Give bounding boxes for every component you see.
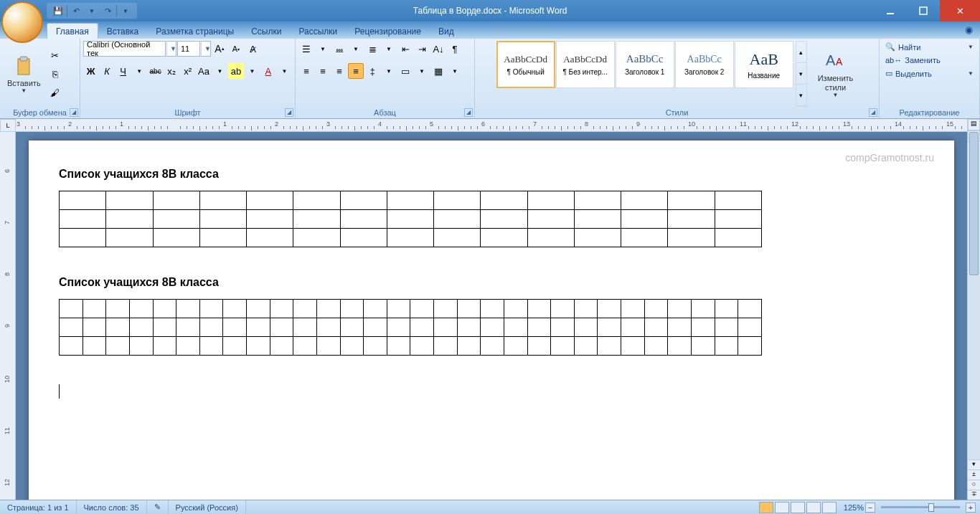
table-cell[interactable] <box>574 210 621 229</box>
italic-button[interactable]: К <box>99 63 114 79</box>
horizontal-ruler[interactable]: 321123456789101112131415 <box>16 119 980 132</box>
table-cell[interactable] <box>691 300 715 318</box>
table-cell[interactable] <box>106 337 130 356</box>
paragraph-launcher[interactable]: ◢ <box>464 108 473 117</box>
table-cell[interactable] <box>199 318 223 337</box>
table-cell[interactable] <box>106 229 153 247</box>
table-cell[interactable] <box>457 337 481 356</box>
table-cell[interactable] <box>574 229 621 247</box>
table-cell[interactable] <box>153 318 176 337</box>
table-cell[interactable] <box>574 191 621 210</box>
table-cell[interactable] <box>434 318 458 337</box>
table-cell[interactable] <box>715 337 738 356</box>
table-cell[interactable] <box>434 191 481 210</box>
table-cell[interactable] <box>293 300 317 318</box>
table-cell[interactable] <box>481 300 504 318</box>
table-cell[interactable] <box>60 300 83 318</box>
font-name-combo[interactable]: Calibri (Основной тек <box>83 41 166 57</box>
view-web[interactable] <box>791 502 805 513</box>
bullets-button[interactable]: ☰ <box>298 41 314 57</box>
table-cell[interactable] <box>481 318 504 337</box>
style-scroll-down[interactable]: ▾ <box>796 63 806 85</box>
multilevel-button[interactable]: ≣ <box>364 41 380 57</box>
style-item-0[interactable]: AaBbCcDd¶ Обычный <box>496 41 555 88</box>
table-cell[interactable] <box>199 229 246 247</box>
table-cell[interactable] <box>668 318 692 337</box>
table-cell[interactable] <box>293 337 317 356</box>
cut-button[interactable]: ✂ <box>47 47 63 63</box>
shading-button[interactable]: ▭ <box>397 63 413 79</box>
tab-insert[interactable]: Вставка <box>98 24 148 39</box>
table-cell[interactable] <box>715 318 738 337</box>
table-cell[interactable] <box>247 318 270 337</box>
table-cell[interactable] <box>621 318 645 337</box>
style-item-3[interactable]: AaBbCcЗаголовок 2 <box>675 41 734 88</box>
table-cell[interactable] <box>176 318 200 337</box>
font-color-button[interactable]: A <box>260 63 275 79</box>
table-cell[interactable] <box>527 229 574 247</box>
table-cell[interactable] <box>247 300 270 318</box>
vertical-ruler[interactable]: 6789101112 <box>0 132 16 500</box>
strike-button[interactable]: abc <box>148 63 163 79</box>
table-cell[interactable] <box>60 337 83 356</box>
maximize-button[interactable] <box>907 0 940 22</box>
table-cell[interactable] <box>129 300 153 318</box>
sort-button[interactable]: A↓ <box>430 41 446 57</box>
table-cell[interactable] <box>691 318 715 337</box>
dec-indent-button[interactable]: ⇤ <box>397 41 413 57</box>
table-cell[interactable] <box>153 229 199 247</box>
table-cell[interactable] <box>457 318 481 337</box>
table-cell[interactable] <box>738 337 762 356</box>
tab-mailings[interactable]: Рассылки <box>290 24 346 39</box>
table-cell[interactable] <box>176 337 200 356</box>
vertical-scrollbar[interactable]: ▤ ▴ ▾ ± ○ ∓ <box>967 119 980 500</box>
qat-save-icon[interactable]: 💾 <box>51 4 65 17</box>
inc-indent-button[interactable]: ⇥ <box>414 41 430 57</box>
table-cell[interactable] <box>410 300 434 318</box>
align-left-button[interactable]: ≡ <box>298 63 314 79</box>
style-scroll-up[interactable]: ▴ <box>796 42 806 63</box>
table-cell[interactable] <box>574 318 598 337</box>
table-cell[interactable] <box>153 210 199 229</box>
status-language[interactable]: Русский (Россия) <box>169 500 246 514</box>
table-cell[interactable] <box>621 229 668 247</box>
table-cell[interactable] <box>387 337 410 356</box>
table-cell[interactable] <box>738 300 762 318</box>
line-spacing-button[interactable]: ‡ <box>364 63 380 79</box>
table-cell[interactable] <box>387 191 433 210</box>
table-cell[interactable] <box>527 210 574 229</box>
document-area[interactable]: compGramotnost.ru Список учащихся 8В кла… <box>16 132 967 500</box>
underline-button[interactable]: Ч <box>116 63 131 79</box>
table-cell[interactable] <box>223 300 247 318</box>
bold-button[interactable]: Ж <box>83 63 98 79</box>
table-cell[interactable] <box>316 300 340 318</box>
table-cell[interactable] <box>434 337 458 356</box>
table-cell[interactable] <box>270 318 293 337</box>
table-cell[interactable] <box>199 210 246 229</box>
table-cell[interactable] <box>270 300 293 318</box>
table-cell[interactable] <box>340 229 387 247</box>
table-cell[interactable] <box>387 229 433 247</box>
table-cell[interactable] <box>387 318 410 337</box>
table-cell[interactable] <box>340 337 364 356</box>
table-cell[interactable] <box>153 300 176 318</box>
table-cell[interactable] <box>106 300 130 318</box>
table-cell[interactable] <box>199 191 246 210</box>
table-cell[interactable] <box>621 300 645 318</box>
table-cell[interactable] <box>293 229 340 247</box>
replace-button[interactable]: ab↔ Заменить <box>882 54 976 66</box>
table-cell[interactable] <box>340 191 387 210</box>
table-cell[interactable] <box>293 318 317 337</box>
font-size-combo[interactable]: 11 <box>177 41 200 57</box>
zoom-slider[interactable] <box>881 506 960 508</box>
change-case-button[interactable]: Aa <box>196 63 211 79</box>
grow-font-button[interactable]: A▴ <box>212 41 227 57</box>
status-proofing-icon[interactable]: ✎ <box>147 500 169 514</box>
table-cell[interactable] <box>129 318 153 337</box>
table-cell[interactable] <box>715 300 738 318</box>
format-painter-button[interactable]: 🖌 <box>47 85 63 100</box>
table-cell[interactable] <box>340 318 364 337</box>
align-right-button[interactable]: ≡ <box>331 63 347 79</box>
style-item-2[interactable]: AaBbCcЗаголовок 1 <box>616 41 674 88</box>
view-full-screen[interactable] <box>775 502 789 513</box>
